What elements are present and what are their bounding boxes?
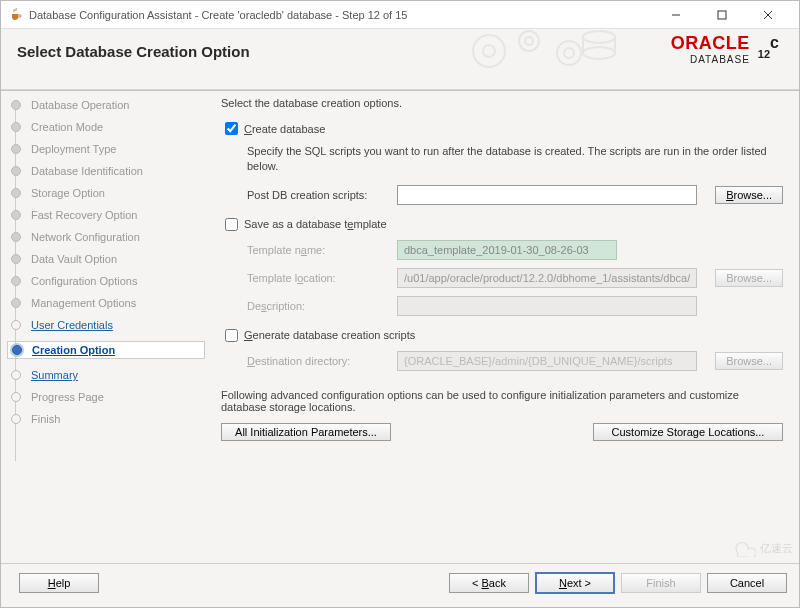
create-database-desc: Specify the SQL scripts you want to run … (247, 144, 783, 175)
step-data-vault-option[interactable]: Data Vault Option (11, 253, 205, 265)
destination-directory-label: Destination directory: (247, 355, 397, 367)
intro-text: Select the database creation options. (221, 97, 783, 109)
post-scripts-browse-button[interactable]: Browse... (715, 186, 783, 204)
close-button[interactable] (745, 1, 791, 29)
svg-point-9 (564, 48, 574, 58)
next-button[interactable]: Next > (535, 572, 615, 594)
back-button[interactable]: < Back (449, 573, 529, 593)
finish-button: Finish (621, 573, 701, 593)
save-template-label: Save as a database template (244, 218, 387, 230)
brand-database: DATABASE (671, 54, 750, 65)
svg-rect-1 (718, 11, 726, 19)
dbca-window: Database Configuration Assistant - Creat… (0, 0, 800, 608)
step-management-options[interactable]: Management Options (11, 297, 205, 309)
step-database-operation[interactable]: Database Operation (11, 99, 205, 111)
template-location-label: Template location: (247, 272, 397, 284)
main-panel: Select the database creation options. Cr… (211, 85, 799, 561)
wizard-sidebar: Database Operation Creation Mode Deploym… (1, 85, 211, 561)
template-name-label: Template name: (247, 244, 397, 256)
step-progress-page: Progress Page (11, 391, 205, 403)
cancel-button[interactable]: Cancel (707, 573, 787, 593)
template-description-input (397, 296, 697, 316)
template-location-input (397, 268, 697, 288)
footer: Help < Back Next > Finish Cancel (1, 563, 799, 601)
step-fast-recovery-option[interactable]: Fast Recovery Option (11, 209, 205, 221)
titlebar: Database Configuration Assistant - Creat… (1, 1, 799, 29)
step-user-credentials[interactable]: User Credentials (11, 319, 205, 331)
save-template-checkbox[interactable] (225, 218, 238, 231)
create-database-checkbox-row: Create database (221, 119, 783, 138)
template-location-browse-button: Browse... (715, 269, 783, 287)
generate-scripts-checkbox-row: Generate database creation scripts (221, 326, 783, 345)
step-finish: Finish (11, 413, 205, 425)
create-database-label: Create database (244, 123, 325, 135)
step-configuration-options[interactable]: Configuration Options (11, 275, 205, 287)
template-description-label: Description: (247, 300, 397, 312)
svg-point-13 (583, 47, 615, 59)
all-init-parameters-button[interactable]: All Initialization Parameters... (221, 423, 391, 441)
svg-point-6 (519, 31, 539, 51)
generate-scripts-checkbox[interactable] (225, 329, 238, 342)
generate-scripts-label: Generate database creation scripts (244, 329, 415, 341)
maximize-button[interactable] (699, 1, 745, 29)
brand-version: 12c (758, 34, 779, 65)
advanced-desc: Following advanced configuration options… (221, 389, 783, 413)
customize-storage-button[interactable]: Customize Storage Locations... (593, 423, 783, 441)
step-deployment-type[interactable]: Deployment Type (11, 143, 205, 155)
post-scripts-label: Post DB creation scripts: (247, 189, 397, 201)
step-database-identification[interactable]: Database Identification (11, 165, 205, 177)
destination-directory-input (397, 351, 697, 371)
minimize-button[interactable] (653, 1, 699, 29)
step-summary[interactable]: Summary (11, 369, 205, 381)
svg-point-5 (483, 45, 495, 57)
post-scripts-input[interactable] (397, 185, 697, 205)
svg-point-4 (473, 35, 505, 67)
svg-point-8 (557, 41, 581, 65)
brand-oracle: ORACLE (671, 33, 750, 54)
oracle-brand: ORACLE DATABASE 12c (671, 33, 779, 65)
gears-decoration-icon (459, 23, 619, 79)
svg-point-10 (583, 31, 615, 43)
template-name-input (397, 240, 617, 260)
step-storage-option[interactable]: Storage Option (11, 187, 205, 199)
help-button[interactable]: Help (19, 573, 99, 593)
header: Select Database Creation Option ORACLE D… (1, 29, 799, 83)
svg-point-7 (525, 37, 533, 45)
step-creation-option[interactable]: Creation Option (7, 341, 205, 359)
window-title: Database Configuration Assistant - Creat… (29, 9, 653, 21)
create-database-checkbox[interactable] (225, 122, 238, 135)
java-cup-icon (9, 8, 23, 22)
page-title: Select Database Creation Option (17, 43, 783, 60)
destination-browse-button: Browse... (715, 352, 783, 370)
step-creation-mode[interactable]: Creation Mode (11, 121, 205, 133)
step-network-configuration[interactable]: Network Configuration (11, 231, 205, 243)
save-template-checkbox-row: Save as a database template (221, 215, 783, 234)
